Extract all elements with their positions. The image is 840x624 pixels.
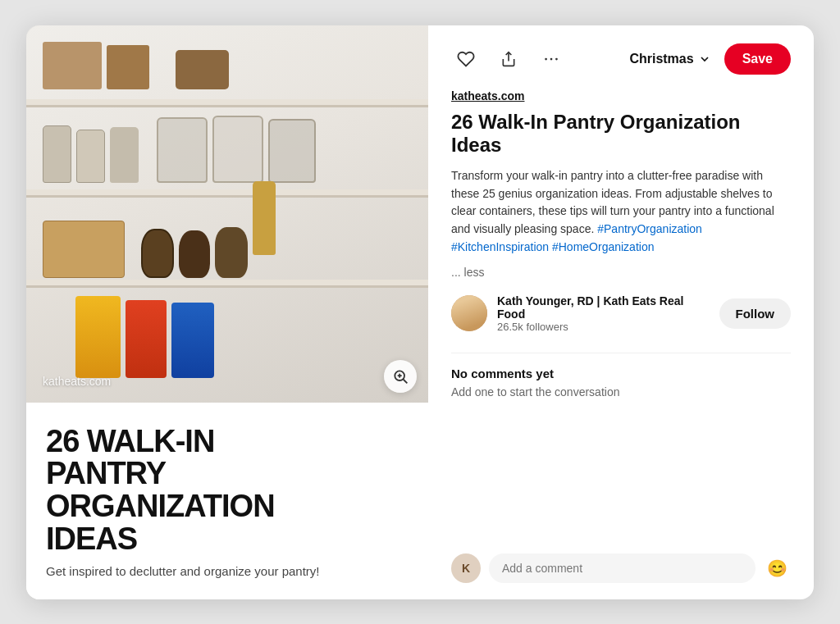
shelf-2 (26, 189, 428, 198)
pin-title: 26 Walk-In Pantry Organization Ideas (451, 111, 791, 158)
author-avatar[interactable] (451, 295, 487, 331)
commenter-avatar: K (451, 553, 481, 583)
board-name: Christmas (629, 52, 693, 66)
lens-button[interactable] (384, 360, 417, 393)
comment-input-row: K 😊 (451, 540, 791, 583)
svg-line-1 (404, 379, 408, 383)
pin-description: Transform your walk-in pantry into a clu… (451, 167, 791, 256)
right-panel: Christmas Save katheats.com 26 Walk-In P… (428, 25, 814, 599)
save-button[interactable]: Save (724, 43, 791, 75)
shelf-row-3 (43, 204, 276, 278)
shelf-row-2 (43, 116, 316, 183)
author-followers: 26.5k followers (497, 321, 710, 333)
less-link[interactable]: ... less (451, 266, 484, 279)
no-comments-label: No comments yet (451, 367, 791, 380)
svg-point-7 (555, 57, 558, 60)
author-row: Kath Younger, RD | Kath Eats Real Food 2… (451, 294, 791, 333)
shelf-row-1 (43, 42, 229, 89)
more-options-button[interactable] (536, 44, 566, 74)
toolbar-left-actions (451, 44, 566, 74)
svg-point-5 (545, 57, 547, 60)
share-button[interactable] (494, 44, 523, 74)
left-panel: katheats.com 26 WALK-IN PANTRY ORGANIZAT… (26, 25, 428, 599)
toolbar-right-actions: Christmas Save (624, 43, 791, 75)
comment-input[interactable] (489, 553, 756, 583)
source-link[interactable]: katheats.com (451, 89, 791, 102)
author-info: Kath Younger, RD | Kath Eats Real Food 2… (497, 294, 710, 333)
board-selector[interactable]: Christmas (624, 48, 715, 70)
shelf-3 (26, 280, 428, 288)
svg-point-6 (550, 57, 553, 60)
shelf-1 (26, 99, 428, 107)
pin-modal: katheats.com 26 WALK-IN PANTRY ORGANIZAT… (26, 25, 814, 599)
no-comments-cta: Add one to start the conversation (451, 385, 791, 399)
pin-big-title: 26 WALK-IN PANTRY ORGANIZATION IDEAS (46, 426, 409, 557)
divider (451, 353, 791, 353)
emoji-button[interactable]: 😊 (764, 555, 791, 581)
comments-section: No comments yet Add one to start the con… (451, 367, 791, 540)
pin-toolbar: Christmas Save (451, 43, 791, 75)
like-button[interactable] (451, 44, 481, 74)
pin-image: katheats.com (26, 25, 428, 403)
shelf-row-4 (75, 296, 214, 378)
pin-big-subtitle: Get inspired to declutter and organize y… (46, 564, 409, 578)
pin-text-card: 26 WALK-IN PANTRY ORGANIZATION IDEAS Get… (26, 403, 428, 599)
image-watermark: katheats.com (43, 375, 111, 388)
author-name[interactable]: Kath Younger, RD | Kath Eats Real Food (497, 294, 710, 321)
follow-button[interactable]: Follow (719, 298, 792, 329)
